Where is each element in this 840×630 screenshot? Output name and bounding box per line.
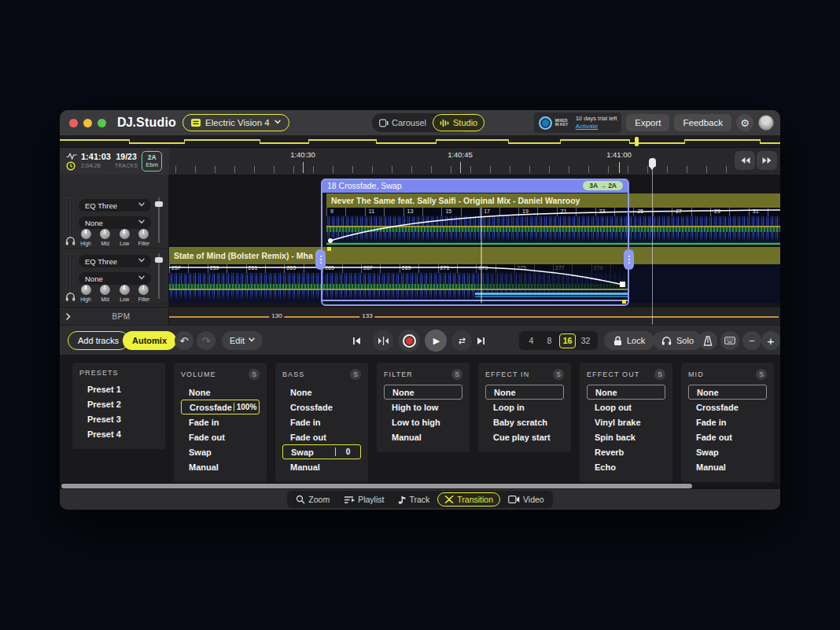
option-fade-out[interactable]: Fade out: [282, 429, 361, 444]
high-knob[interactable]: [81, 285, 91, 295]
option-value[interactable]: 100%: [234, 403, 259, 411]
option-vinyl-brake[interactable]: Vinyl brake: [587, 414, 665, 429]
option-manual[interactable]: Manual: [181, 459, 260, 474]
option-fade-in[interactable]: Fade in: [688, 414, 767, 429]
horizontal-scrollbar[interactable]: [60, 483, 780, 489]
expand-bpm-chevron[interactable]: [66, 313, 74, 320]
high-knob[interactable]: [81, 229, 91, 239]
solo-badge[interactable]: S: [654, 369, 665, 380]
option-fade-out[interactable]: Fade out: [181, 429, 260, 444]
activate-link[interactable]: Activate: [576, 123, 617, 131]
filter-knob[interactable]: [138, 285, 149, 295]
grid-size-8[interactable]: 8: [541, 333, 558, 348]
grid-size-16[interactable]: 16: [559, 333, 576, 348]
export-button[interactable]: Export: [626, 114, 669, 131]
option-baby-scratch[interactable]: Baby scratch: [485, 414, 564, 429]
playhead-pin[interactable]: [649, 158, 656, 167]
close-window-button[interactable]: [69, 119, 78, 127]
option-none[interactable]: None: [384, 385, 462, 400]
minimap-position-marker[interactable]: [635, 137, 639, 146]
option-preset-4[interactable]: Preset 4: [79, 426, 158, 441]
low-knob[interactable]: [120, 229, 130, 239]
redo-button[interactable]: ↷: [197, 331, 216, 350]
solo-button[interactable]: Solo: [653, 331, 702, 350]
scrollbar-thumb[interactable]: [61, 484, 692, 488]
filter-knob[interactable]: [138, 229, 149, 239]
option-swap[interactable]: Swap: [181, 444, 260, 459]
option-fade-in[interactable]: Fade in: [181, 414, 260, 429]
solo-badge[interactable]: S: [451, 369, 462, 380]
project-selector[interactable]: Electric Vision 4: [182, 114, 289, 131]
option-fade-out[interactable]: Fade out: [688, 429, 767, 444]
option-none[interactable]: None: [587, 385, 665, 400]
timeline-minimap[interactable]: [60, 135, 780, 148]
tab-track[interactable]: Track: [392, 493, 436, 506]
fx-select[interactable]: None: [79, 216, 151, 229]
transition-selection-box[interactable]: [321, 179, 629, 306]
option-none[interactable]: None: [181, 385, 260, 400]
tab-carousel[interactable]: Carousel: [373, 114, 433, 131]
option-crossfade[interactable]: Crossfade: [688, 400, 767, 414]
mid-knob[interactable]: [100, 229, 110, 239]
option-none[interactable]: None: [282, 385, 361, 400]
zoom-in-button[interactable]: +: [761, 331, 780, 350]
option-reverb[interactable]: Reverb: [587, 444, 665, 459]
volume-fader[interactable]: [155, 253, 163, 299]
automix-button[interactable]: Automix: [123, 331, 176, 350]
option-spin-back[interactable]: Spin back: [587, 429, 665, 444]
undo-button[interactable]: ↶: [175, 331, 193, 350]
option-loop-in[interactable]: Loop in: [485, 400, 564, 414]
grid-size-4[interactable]: 4: [523, 333, 540, 348]
settings-button[interactable]: ⚙: [736, 114, 753, 131]
transition-left-handle[interactable]: [315, 249, 326, 270]
cue-headphones-icon[interactable]: [65, 236, 76, 245]
eq-select[interactable]: EQ Three: [79, 199, 151, 212]
maximize-window-button[interactable]: [98, 119, 106, 127]
fast-forward-button[interactable]: [757, 151, 777, 170]
option-preset-1[interactable]: Preset 1: [79, 381, 158, 396]
low-knob[interactable]: [120, 285, 130, 295]
solo-badge[interactable]: S: [553, 369, 564, 380]
edit-menu-button[interactable]: Edit: [222, 331, 263, 350]
option-preset-2[interactable]: Preset 2: [79, 396, 158, 411]
user-avatar[interactable]: [758, 115, 774, 131]
rewind-button[interactable]: [735, 151, 755, 170]
feedback-button[interactable]: Feedback: [674, 114, 731, 131]
minimize-window-button[interactable]: [83, 119, 92, 127]
solo-badge[interactable]: S: [249, 369, 260, 380]
option-none[interactable]: None: [688, 385, 767, 400]
mid-knob[interactable]: [100, 285, 110, 295]
transition-right-handle[interactable]: [624, 249, 634, 270]
loop-button[interactable]: [451, 330, 472, 351]
option-high-to-low[interactable]: High to low: [384, 400, 462, 414]
snap-playhead-button[interactable]: [373, 330, 393, 351]
tab-studio[interactable]: Studio: [433, 114, 484, 131]
option-preset-3[interactable]: Preset 3: [79, 411, 158, 426]
option-cue-play-start[interactable]: Cue play start: [485, 429, 564, 444]
lock-button[interactable]: Lock: [604, 331, 654, 350]
option-swap[interactable]: Swap0: [282, 444, 361, 459]
volume-fader[interactable]: [155, 197, 163, 243]
play-button[interactable]: ▶: [425, 330, 447, 352]
eq-select[interactable]: EQ Three: [79, 255, 151, 267]
option-manual[interactable]: Manual: [282, 459, 361, 474]
tab-zoom[interactable]: Zoom: [289, 493, 336, 506]
time-ruler[interactable]: 1:40:301:40:451:41:00: [169, 148, 780, 175]
skip-to-end-button[interactable]: [477, 331, 485, 350]
option-low-to-high[interactable]: Low to high: [384, 414, 462, 429]
option-manual[interactable]: Manual: [688, 459, 767, 474]
option-crossfade[interactable]: Crossfade100%: [181, 400, 260, 414]
option-none[interactable]: None: [485, 385, 564, 400]
solo-badge[interactable]: S: [756, 369, 767, 380]
record-button[interactable]: [398, 330, 420, 352]
timeline[interactable]: Never The Same feat. Sally Saifi - Origi…: [169, 175, 780, 307]
option-value[interactable]: 0: [335, 448, 360, 456]
option-fade-in[interactable]: Fade in: [282, 414, 361, 429]
tab-transition[interactable]: Transition: [437, 492, 500, 507]
add-tracks-button[interactable]: Add tracks: [68, 331, 129, 350]
fx-select[interactable]: None: [79, 272, 151, 285]
keyboard-shortcuts-button[interactable]: [720, 331, 739, 350]
option-echo[interactable]: Echo: [587, 459, 665, 474]
metronome-button[interactable]: [698, 331, 717, 350]
zoom-out-button[interactable]: −: [742, 331, 761, 350]
